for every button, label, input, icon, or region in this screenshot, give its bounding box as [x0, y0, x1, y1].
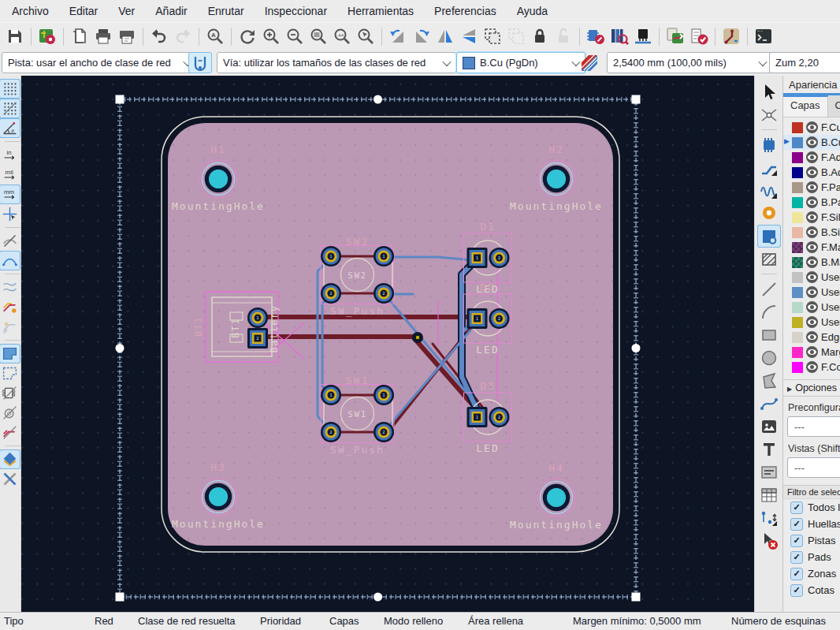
layer-row-f-paste[interactable]: F.Paste — [783, 180, 840, 195]
visibility-eye-icon[interactable] — [806, 331, 818, 343]
units-mm-button[interactable]: mm — [0, 185, 20, 204]
menu-editar[interactable]: Editar — [59, 1, 109, 21]
ratsnest-all-layers-button[interactable] — [0, 278, 20, 297]
delete-tool-button[interactable] — [757, 529, 781, 552]
zoom-fit-objects-button[interactable] — [331, 25, 353, 47]
route-tracks-button[interactable] — [757, 156, 781, 179]
filter-checkbox-zonas[interactable]: ✓Zonas — [783, 565, 840, 582]
visibility-eye-icon[interactable] — [806, 241, 818, 253]
layer-color-swatch[interactable] — [792, 122, 803, 133]
unlock-button[interactable] — [552, 25, 574, 47]
toggle-grid-button[interactable] — [0, 79, 20, 99]
full-window-crosshair-button[interactable] — [0, 204, 20, 224]
layer-color-swatch[interactable] — [792, 287, 803, 298]
draw-bezier-button[interactable] — [757, 392, 781, 415]
polar-coordinates-button[interactable]: θ — [0, 118, 20, 138]
draw-circle-button[interactable] — [757, 346, 781, 369]
layer-color-swatch[interactable] — [792, 257, 803, 268]
zoom-out-button[interactable] — [284, 25, 306, 47]
vias-outline-mode-button[interactable] — [0, 403, 20, 423]
select-tool-button[interactable] — [757, 80, 781, 103]
viewports-dropdown[interactable]: --- — [787, 457, 840, 478]
layer-row-margin[interactable]: Margin — [783, 345, 840, 360]
add-text-button[interactable] — [757, 438, 781, 460]
selection-handle[interactable] — [374, 593, 382, 602]
high-contrast-mode-button[interactable] — [0, 449, 20, 469]
menu-preferencias[interactable]: Preferencias — [424, 1, 507, 21]
curved-ratsnest-button[interactable] — [0, 251, 20, 270]
units-inches-button[interactable]: in — [0, 145, 20, 165]
tab-capas[interactable]: Capas — [783, 95, 828, 117]
selection-handle[interactable] — [374, 95, 382, 104]
visibility-eye-icon[interactable] — [806, 301, 818, 313]
layer-row-b-adhesive[interactable]: B.Adhesive — [783, 165, 840, 180]
selection-handle[interactable] — [632, 95, 641, 104]
print-button[interactable] — [92, 25, 114, 47]
layer-row-b-silkscreen[interactable]: B.Silkscreen — [783, 225, 840, 240]
visibility-eye-icon[interactable] — [806, 181, 818, 193]
layer-row-f-adhesive[interactable]: F.Adhesive — [783, 150, 840, 165]
layer-color-swatch[interactable] — [792, 182, 803, 193]
layer-row-edge-cuts[interactable]: Edge.Cuts — [783, 330, 840, 345]
units-mils-button[interactable]: mil — [0, 165, 20, 185]
menu-ver[interactable]: Ver — [108, 1, 145, 21]
zoom-fit-page-button[interactable] — [307, 25, 329, 47]
layer-color-swatch[interactable] — [792, 137, 803, 148]
filter-checkbox-cotas[interactable]: ✓Cotas — [783, 582, 840, 598]
draw-line-button[interactable] — [757, 278, 781, 300]
via[interactable] — [412, 332, 423, 343]
grid-overrides-button[interactable] — [0, 99, 20, 118]
page-settings-button[interactable] — [69, 25, 91, 47]
layer-row-user-drawings[interactable]: User.Drawings — [783, 270, 840, 285]
pads-outline-mode-button[interactable] — [0, 383, 20, 403]
layer-row-b-cu[interactable]: ▶B.Cu — [783, 135, 840, 150]
checkbox-icon[interactable]: ✓ — [790, 518, 803, 531]
layer-row-b-mask[interactable]: B.Mask — [783, 255, 840, 270]
ungroup-button[interactable] — [505, 25, 527, 47]
layer-row-f-cu[interactable]: F.Cu — [783, 120, 840, 135]
save-button[interactable] — [4, 25, 26, 47]
add-footprint-button[interactable] — [757, 133, 781, 156]
visibility-eye-icon[interactable] — [806, 361, 818, 373]
zones-outline-only-button[interactable] — [0, 363, 20, 383]
scripting-console-button[interactable] — [753, 25, 775, 47]
update-pcb-from-schematic-button[interactable] — [664, 25, 686, 47]
selection-handle[interactable] — [116, 95, 125, 104]
filter-checkbox-pads[interactable]: ✓Pads — [783, 549, 840, 565]
redo-button[interactable] — [172, 25, 194, 47]
visibility-eye-icon[interactable] — [806, 286, 818, 298]
zones-filled-button[interactable] — [0, 344, 20, 363]
visibility-eye-icon[interactable] — [806, 271, 818, 283]
layer-row-user-eco2[interactable]: User.Eco2 — [783, 315, 840, 330]
layer-color-swatch[interactable] — [792, 272, 803, 283]
active-layer-dropdown[interactable]: B.Cu (PgDn) — [456, 52, 585, 73]
zoom-dropdown[interactable]: Zum 2,20 — [769, 52, 840, 73]
refresh-view-button[interactable] — [236, 25, 258, 47]
menu-inspeccionar[interactable]: Inspeccionar — [255, 1, 337, 21]
filter-checkbox-huellas[interactable]: ✓Huellas — [783, 516, 840, 532]
tracks-outline-mode-button[interactable] — [0, 423, 20, 442]
tune-track-length-button[interactable] — [757, 179, 781, 202]
checkbox-icon[interactable]: ✓ — [790, 501, 803, 514]
inspection-tools-button[interactable] — [0, 469, 20, 489]
plot-button[interactable] — [116, 25, 138, 47]
interactive-router-settings-button[interactable] — [720, 25, 742, 47]
draw-rectangle-button[interactable] — [757, 323, 781, 346]
visibility-eye-icon[interactable] — [806, 226, 818, 238]
design-rules-check-button[interactable] — [688, 25, 710, 47]
track-display-dimmed-button[interactable] — [0, 317, 20, 337]
selection-handle[interactable] — [116, 593, 125, 602]
add-dimension-button[interactable] — [757, 506, 781, 529]
rotate-cw-button[interactable] — [411, 25, 433, 47]
pcb-canvas[interactable]: H1MountingHoleH2MountingHoleH3MountingHo… — [20, 76, 755, 613]
draw-polygon-button[interactable] — [757, 369, 781, 392]
net-color-mode-button[interactable] — [0, 297, 20, 317]
add-image-button[interactable] — [757, 415, 781, 438]
visibility-eye-icon[interactable] — [806, 346, 818, 358]
zoom-in-button[interactable] — [260, 25, 282, 47]
layer-row-f-mask[interactable]: F.Mask — [783, 240, 840, 255]
checkbox-icon[interactable]: ✓ — [790, 584, 803, 597]
layer-row-user-comments[interactable]: User.Comments — [783, 285, 840, 300]
track-width-dropdown[interactable]: Pista: usar el ancho de clase de red — [2, 52, 197, 73]
layer-color-swatch[interactable] — [792, 197, 803, 208]
